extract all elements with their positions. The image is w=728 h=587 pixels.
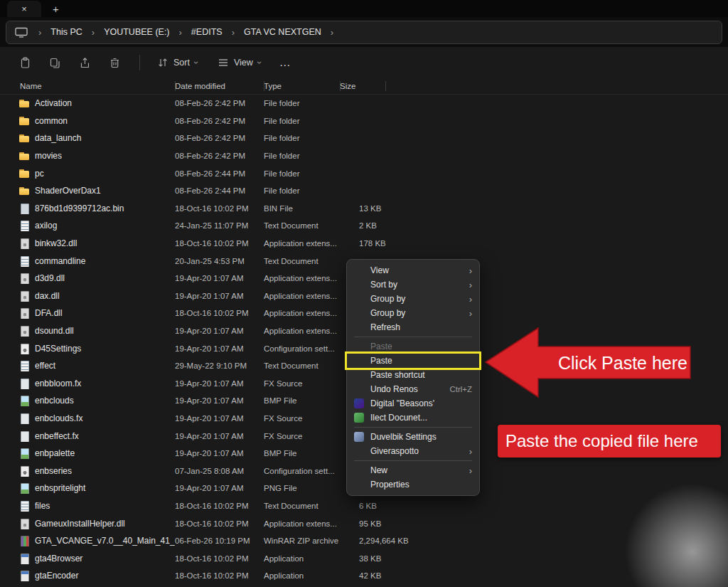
dll-file-icon	[18, 307, 30, 319]
file-type: BMP File	[264, 396, 340, 405]
png-file-icon	[18, 482, 30, 494]
dll-file-icon	[18, 518, 30, 529]
file-date: 18-Oct-16 10:02 PM	[175, 239, 264, 248]
file-date: 19-Apr-20 1:07 AM	[175, 414, 264, 423]
view-button[interactable]: View	[218, 57, 261, 68]
close-tab-icon[interactable]	[21, 4, 27, 14]
sort-button[interactable]: Sort	[157, 57, 198, 68]
column-header-date-modified[interactable]: Date modified	[175, 78, 264, 94]
file-row[interactable]: data_launch08-Feb-26 2:42 PMFile folder	[0, 129, 728, 147]
menu-item-label: Ilect Docunet...	[370, 413, 472, 423]
file-date: 18-Oct-16 10:02 PM	[175, 204, 264, 213]
column-header-type[interactable]: Type	[264, 78, 340, 94]
file-row[interactable]: GameuxInstallHelper.dll18-Oct-16 10:02 P…	[0, 514, 728, 532]
menu-item-properties[interactable]: Properties	[347, 477, 479, 492]
menu-item-label: Digital "Beasons'	[370, 398, 472, 408]
more-options-icon[interactable]	[279, 56, 291, 69]
file-type: File folder	[264, 169, 340, 178]
file-row[interactable]: Activation08-Feb-26 2:42 PMFile folder	[0, 95, 728, 112]
chevron-right-icon	[232, 28, 235, 37]
file-size: 178 KB	[340, 239, 432, 248]
file-row[interactable]: binkw32.dll18-Oct-16 10:02 PMApplication…	[0, 235, 728, 253]
file-row[interactable]: ShaderOverDax108-Feb-26 2:44 PMFile fold…	[0, 182, 728, 200]
dll-file-icon	[18, 273, 30, 284]
sort-icon	[157, 57, 168, 68]
menu-item-digital-beasons[interactable]: Digital "Beasons'	[347, 396, 479, 411]
file-name: data_launch	[35, 133, 81, 143]
breadcrumb-item-edits[interactable]: #EDITS	[190, 25, 224, 39]
file-row[interactable]: 876bd1d9399712ac.bin18-Oct-16 10:02 PMBI…	[0, 200, 728, 218]
file-name: enbeffect.fx	[35, 431, 79, 441]
share-icon[interactable]	[73, 52, 97, 73]
column-header-size[interactable]: Size	[340, 78, 386, 94]
menu-item-ilect-docunet[interactable]: Ilect Docunet...	[347, 411, 479, 425]
menu-item-label: New	[370, 465, 464, 475]
file-row[interactable]: gta4Browser18-Oct-16 10:02 PMApplication…	[0, 549, 728, 567]
file-type: BIN File	[264, 204, 340, 213]
chevron-right-icon	[469, 309, 472, 318]
file-size: 2 KB	[340, 221, 432, 230]
chevron-right-icon	[92, 28, 95, 37]
menu-item-group-by[interactable]: Group by	[347, 292, 479, 306]
file-row[interactable]: axilog24-Jan-25 11:07 PMText Document2 K…	[0, 217, 728, 235]
menu-item-new[interactable]: New	[347, 463, 479, 477]
address-input[interactable]: This PCYOUTUBEE (E:)#EDITSGTA VC NEXTGEN	[6, 21, 722, 44]
dll-file-icon	[18, 238, 30, 249]
toolbar: Sort View	[0, 47, 728, 78]
toolbar-divider	[139, 55, 140, 70]
menu-item-group-by[interactable]: Group by	[347, 306, 479, 320]
file-type: Application extens...	[264, 292, 340, 300]
file-size: 38 KB	[340, 554, 432, 563]
file-size: 6 KB	[340, 502, 432, 510]
menu-item-label: Giveraspotto	[370, 446, 464, 456]
zip-file-icon	[18, 535, 30, 546]
file-type: Text Document	[264, 221, 340, 230]
fx-file-icon	[18, 413, 30, 424]
breadcrumb-item-this-pc[interactable]: This PC	[49, 25, 83, 39]
sort-label: Sort	[173, 58, 190, 68]
file-date: 08-Feb-26 2:42 PM	[175, 152, 264, 160]
menu-item-paste-shortcut[interactable]: Paste shortcut	[347, 368, 479, 382]
breadcrumb-item-youtubee-e[interactable]: YOUTUBEE (E:)	[102, 25, 171, 39]
menu-item-paste-disabled: Paste	[347, 339, 479, 354]
file-date: 24-Jan-25 11:07 PM	[175, 221, 264, 230]
file-name: common	[35, 116, 68, 126]
file-row[interactable]: files18-Oct-16 10:02 PMText Document6 KB	[0, 497, 728, 515]
menu-item-sort-by[interactable]: Sort by	[347, 277, 479, 292]
menu-item-giveraspotto[interactable]: Giveraspotto	[347, 444, 479, 458]
new-tab-icon[interactable]	[53, 4, 59, 14]
menu-item-refresh[interactable]: Refresh	[347, 320, 479, 334]
file-row[interactable]: pc08-Feb-26 2:44 PMFile folder	[0, 164, 728, 182]
file-type: BMP File	[264, 449, 340, 458]
copy-icon[interactable]	[43, 52, 67, 73]
file-name: enbspritelight	[35, 483, 85, 493]
file-date: 06-Feb-26 10:19 PM	[175, 536, 264, 545]
menu-separator	[354, 460, 472, 461]
file-row[interactable]: gtaEncoder18-Oct-16 10:02 PMApplication4…	[0, 567, 728, 585]
menu-item-view[interactable]: View	[347, 263, 479, 277]
file-size: 95 KB	[340, 519, 432, 528]
file-date: 18-Oct-16 10:02 PM	[175, 309, 264, 317]
menu-item-label: Paste	[370, 342, 472, 351]
file-row[interactable]: movies08-Feb-26 2:42 PMFile folder	[0, 147, 728, 165]
instruction-banner: Paste the copied file here	[498, 425, 721, 458]
bin-file-icon	[18, 203, 30, 214]
file-date: 19-Apr-20 1:07 AM	[175, 292, 264, 300]
menu-item-paste[interactable]: Paste	[347, 354, 479, 368]
menu-item-duvelbik-settings[interactable]: Duvelbik Settings	[347, 430, 479, 444]
explorer-tab[interactable]	[7, 1, 41, 17]
file-type: Application extens...	[264, 239, 340, 248]
file-date: 19-Apr-20 1:07 AM	[175, 274, 264, 282]
file-name: enbclouds	[35, 396, 74, 406]
fx-file-icon	[18, 378, 30, 389]
file-name: enbseries	[35, 466, 72, 476]
file-row[interactable]: GTA_VCANGE_v7.0__40_Main_41_06-Feb-26 10…	[0, 532, 728, 550]
clipboard-icon[interactable]	[13, 52, 37, 73]
file-row[interactable]: common08-Feb-26 2:42 PMFile folder	[0, 112, 728, 130]
menu-item-undo-renos[interactable]: Undo RenosCtrl+Z	[347, 382, 479, 396]
file-date: 18-Oct-16 10:02 PM	[175, 519, 264, 528]
delete-icon[interactable]	[102, 52, 127, 73]
file-type: File folder	[264, 134, 340, 142]
column-header-name[interactable]: Name	[0, 78, 175, 94]
breadcrumb-item-gta-vc-nextgen[interactable]: GTA VC NEXTGEN	[242, 25, 323, 39]
